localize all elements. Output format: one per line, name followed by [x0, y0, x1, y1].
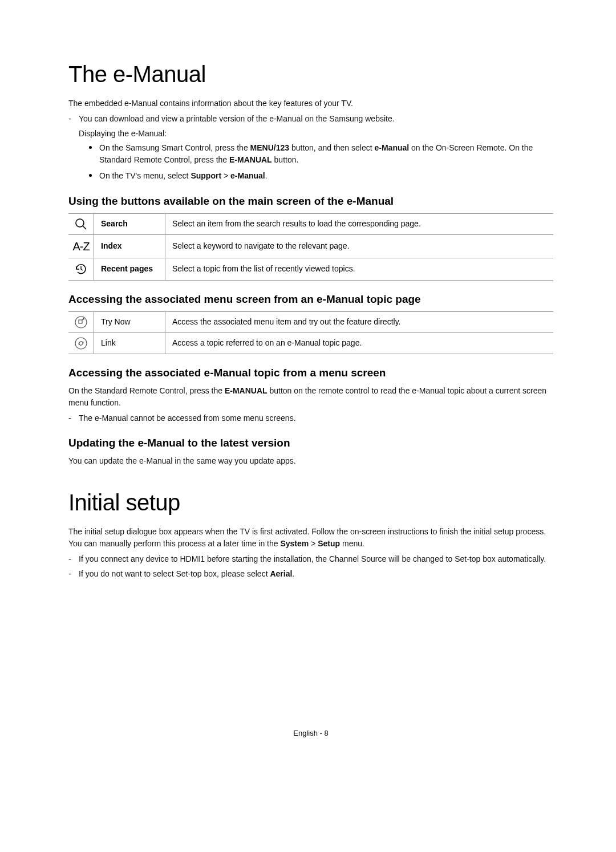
note-item: If you do not want to select Set-top box…: [68, 568, 553, 581]
row-desc: Select a topic from the list of recently…: [165, 258, 554, 280]
svg-rect-3: [79, 320, 82, 323]
subheading-associated-menu: Accessing the associated menu screen fro…: [68, 293, 553, 306]
subheading-buttons-main: Using the buttons available on the main …: [68, 195, 553, 208]
page-footer: English - 8: [68, 729, 553, 737]
note-item: If you connect any device to HDMI1 befor…: [68, 553, 553, 566]
row-desc: Select an item from the search results t…: [165, 213, 554, 234]
initial-setup-notes: If you connect any device to HDMI1 befor…: [68, 553, 553, 580]
table-row: Try Now Access the associated menu item …: [68, 311, 553, 332]
search-icon: [68, 213, 94, 234]
note-item: The e-Manual cannot be accessed from som…: [68, 412, 553, 425]
table-topic-buttons: Try Now Access the associated menu item …: [68, 311, 553, 354]
link-icon: [68, 332, 94, 354]
initial-setup-text: The initial setup dialogue box appears w…: [68, 526, 553, 550]
document-page: The e-Manual The embedded e-Manual conta…: [0, 0, 616, 737]
svg-point-4: [75, 338, 87, 349]
row-label: Search: [94, 213, 165, 234]
intro-text: The embedded e-Manual contains informati…: [68, 98, 553, 109]
svg-point-0: [76, 219, 84, 227]
table-row: Link Access a topic referred to on an e-…: [68, 332, 553, 354]
index-icon: A-Z: [68, 234, 94, 258]
download-note-list: You can download and view a printable ve…: [68, 113, 553, 125]
row-desc: Access the associated menu item and try …: [165, 311, 554, 332]
svg-point-2: [75, 317, 87, 328]
download-note-item: You can download and view a printable ve…: [68, 113, 553, 125]
display-steps-list: On the Samsung Smart Control, press the …: [89, 142, 553, 182]
heading-initial-setup: Initial setup: [68, 490, 553, 516]
subheading-from-menu: Accessing the associated e-Manual topic …: [68, 367, 553, 379]
row-label: Link: [94, 332, 165, 354]
try-now-icon: [68, 311, 94, 332]
row-desc: Access a topic referred to on an e-Manua…: [165, 332, 554, 354]
row-desc: Select a keyword to navigate to the rele…: [165, 234, 554, 258]
row-label: Index: [94, 234, 165, 258]
row-label: Recent pages: [94, 258, 165, 280]
table-row: Search Select an item from the search re…: [68, 213, 553, 234]
from-menu-note: The e-Manual cannot be accessed from som…: [68, 412, 553, 425]
display-step-2: On the TV's menu, select Support > e-Man…: [89, 170, 553, 182]
table-row: A-Z Index Select a keyword to navigate t…: [68, 234, 553, 258]
displaying-label: Displaying the e-Manual:: [79, 128, 553, 140]
svg-line-1: [83, 226, 86, 229]
table-row: Recent pages Select a topic from the lis…: [68, 258, 553, 280]
row-label: Try Now: [94, 311, 165, 332]
recent-pages-icon: [68, 258, 94, 280]
display-step-1: On the Samsung Smart Control, press the …: [89, 142, 553, 167]
updating-text: You can update the e-Manual in the same …: [68, 455, 553, 467]
heading-e-manual: The e-Manual: [68, 62, 553, 87]
subheading-updating: Updating the e-Manual to the latest vers…: [68, 437, 553, 449]
from-menu-text: On the Standard Remote Control, press th…: [68, 385, 553, 409]
table-main-buttons: Search Select an item from the search re…: [68, 213, 553, 281]
